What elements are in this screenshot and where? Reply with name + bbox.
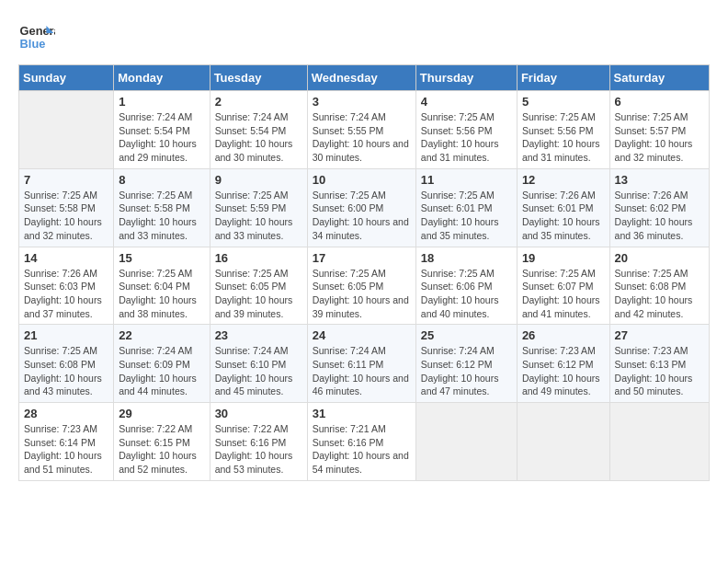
calendar-cell: 21Sunrise: 7:25 AM Sunset: 6:08 PM Dayli… bbox=[19, 325, 114, 403]
day-number: 8 bbox=[119, 173, 204, 187]
calendar-cell: 2Sunrise: 7:24 AM Sunset: 5:54 PM Daylig… bbox=[210, 91, 307, 169]
calendar-week-row: 14Sunrise: 7:26 AM Sunset: 6:03 PM Dayli… bbox=[19, 247, 710, 325]
calendar-cell: 9Sunrise: 7:25 AM Sunset: 5:59 PM Daylig… bbox=[210, 168, 307, 247]
calendar-week-row: 21Sunrise: 7:25 AM Sunset: 6:08 PM Dayli… bbox=[19, 325, 710, 403]
calendar-cell: 15Sunrise: 7:25 AM Sunset: 6:04 PM Dayli… bbox=[114, 247, 210, 325]
day-info: Sunrise: 7:25 AM Sunset: 6:05 PM Dayligh… bbox=[215, 267, 302, 321]
day-info: Sunrise: 7:25 AM Sunset: 6:05 PM Dayligh… bbox=[313, 267, 411, 321]
day-info: Sunrise: 7:26 AM Sunset: 6:02 PM Dayligh… bbox=[615, 189, 704, 243]
day-number: 21 bbox=[24, 328, 108, 342]
day-info: Sunrise: 7:25 AM Sunset: 6:01 PM Dayligh… bbox=[421, 189, 512, 243]
calendar-cell: 30Sunrise: 7:22 AM Sunset: 6:16 PM Dayli… bbox=[210, 403, 307, 481]
day-number: 11 bbox=[421, 173, 512, 187]
day-info: Sunrise: 7:23 AM Sunset: 6:14 PM Dayligh… bbox=[24, 422, 108, 477]
calendar-cell: 4Sunrise: 7:25 AM Sunset: 5:56 PM Daylig… bbox=[415, 91, 517, 169]
day-number: 1 bbox=[119, 95, 204, 109]
day-info: Sunrise: 7:25 AM Sunset: 6:06 PM Dayligh… bbox=[421, 267, 512, 321]
day-info: Sunrise: 7:25 AM Sunset: 5:58 PM Dayligh… bbox=[119, 189, 204, 243]
day-number: 25 bbox=[421, 328, 512, 342]
day-info: Sunrise: 7:25 AM Sunset: 5:56 PM Dayligh… bbox=[421, 110, 512, 165]
weekday-header: Tuesday bbox=[210, 65, 307, 91]
day-info: Sunrise: 7:22 AM Sunset: 6:16 PM Dayligh… bbox=[215, 422, 302, 477]
calendar-cell: 28Sunrise: 7:23 AM Sunset: 6:14 PM Dayli… bbox=[19, 403, 114, 481]
calendar-cell: 27Sunrise: 7:23 AM Sunset: 6:13 PM Dayli… bbox=[609, 325, 709, 403]
day-number: 31 bbox=[313, 407, 411, 420]
day-number: 13 bbox=[615, 173, 704, 187]
day-info: Sunrise: 7:26 AM Sunset: 6:03 PM Dayligh… bbox=[24, 267, 108, 321]
calendar-cell: 31Sunrise: 7:21 AM Sunset: 6:16 PM Dayli… bbox=[307, 403, 415, 481]
calendar-cell bbox=[19, 91, 114, 169]
calendar-cell: 13Sunrise: 7:26 AM Sunset: 6:02 PM Dayli… bbox=[609, 168, 709, 247]
calendar-cell: 17Sunrise: 7:25 AM Sunset: 6:05 PM Dayli… bbox=[307, 247, 415, 325]
calendar-cell: 23Sunrise: 7:24 AM Sunset: 6:10 PM Dayli… bbox=[210, 325, 307, 403]
day-info: Sunrise: 7:25 AM Sunset: 6:00 PM Dayligh… bbox=[313, 189, 411, 243]
day-number: 24 bbox=[313, 328, 411, 342]
calendar-cell: 25Sunrise: 7:24 AM Sunset: 6:12 PM Dayli… bbox=[415, 325, 517, 403]
day-number: 6 bbox=[615, 95, 704, 109]
day-info: Sunrise: 7:21 AM Sunset: 6:16 PM Dayligh… bbox=[313, 422, 411, 477]
day-info: Sunrise: 7:22 AM Sunset: 6:15 PM Dayligh… bbox=[119, 422, 204, 477]
calendar-cell bbox=[415, 403, 517, 481]
day-info: Sunrise: 7:25 AM Sunset: 5:58 PM Dayligh… bbox=[24, 189, 108, 243]
calendar-cell: 8Sunrise: 7:25 AM Sunset: 5:58 PM Daylig… bbox=[114, 168, 210, 247]
calendar-cell: 12Sunrise: 7:26 AM Sunset: 6:01 PM Dayli… bbox=[517, 168, 609, 247]
calendar-cell: 26Sunrise: 7:23 AM Sunset: 6:12 PM Dayli… bbox=[517, 325, 609, 403]
calendar-cell: 18Sunrise: 7:25 AM Sunset: 6:06 PM Dayli… bbox=[415, 247, 517, 325]
day-info: Sunrise: 7:24 AM Sunset: 5:54 PM Dayligh… bbox=[215, 110, 302, 165]
day-number: 30 bbox=[215, 407, 302, 420]
calendar-cell: 20Sunrise: 7:25 AM Sunset: 6:08 PM Dayli… bbox=[609, 247, 709, 325]
day-number: 18 bbox=[421, 251, 512, 265]
day-info: Sunrise: 7:24 AM Sunset: 6:12 PM Dayligh… bbox=[421, 344, 512, 398]
day-number: 10 bbox=[313, 173, 411, 187]
calendar-cell: 24Sunrise: 7:24 AM Sunset: 6:11 PM Dayli… bbox=[307, 325, 415, 403]
day-info: Sunrise: 7:24 AM Sunset: 6:09 PM Dayligh… bbox=[119, 344, 204, 398]
weekday-header: Thursday bbox=[415, 65, 517, 91]
weekday-header: Friday bbox=[517, 65, 609, 91]
weekday-header: Wednesday bbox=[307, 65, 415, 91]
day-number: 28 bbox=[24, 407, 108, 420]
calendar-cell bbox=[609, 403, 709, 481]
weekday-header: Sunday bbox=[19, 65, 114, 91]
day-number: 17 bbox=[313, 251, 411, 265]
logo-icon: General Blue bbox=[18, 18, 55, 55]
day-number: 3 bbox=[313, 95, 411, 109]
day-number: 19 bbox=[522, 251, 605, 265]
day-number: 23 bbox=[215, 328, 302, 342]
calendar-cell: 10Sunrise: 7:25 AM Sunset: 6:00 PM Dayli… bbox=[307, 168, 415, 247]
calendar-table: SundayMondayTuesdayWednesdayThursdayFrid… bbox=[18, 64, 710, 481]
day-number: 12 bbox=[522, 173, 605, 187]
day-info: Sunrise: 7:25 AM Sunset: 6:07 PM Dayligh… bbox=[522, 267, 605, 321]
day-info: Sunrise: 7:25 AM Sunset: 5:57 PM Dayligh… bbox=[615, 110, 704, 165]
day-number: 5 bbox=[522, 95, 605, 109]
calendar-cell: 29Sunrise: 7:22 AM Sunset: 6:15 PM Dayli… bbox=[114, 403, 210, 481]
day-number: 26 bbox=[522, 328, 605, 342]
day-info: Sunrise: 7:25 AM Sunset: 6:08 PM Dayligh… bbox=[24, 344, 108, 398]
calendar-cell: 22Sunrise: 7:24 AM Sunset: 6:09 PM Dayli… bbox=[114, 325, 210, 403]
day-info: Sunrise: 7:25 AM Sunset: 5:56 PM Dayligh… bbox=[522, 110, 605, 165]
weekday-header: Saturday bbox=[609, 65, 709, 91]
calendar-cell: 6Sunrise: 7:25 AM Sunset: 5:57 PM Daylig… bbox=[609, 91, 709, 169]
day-number: 7 bbox=[24, 173, 108, 187]
calendar-cell: 1Sunrise: 7:24 AM Sunset: 5:54 PM Daylig… bbox=[114, 91, 210, 169]
day-number: 20 bbox=[615, 251, 704, 265]
page-header: General Blue bbox=[18, 18, 710, 55]
calendar-week-row: 28Sunrise: 7:23 AM Sunset: 6:14 PM Dayli… bbox=[19, 403, 710, 481]
day-info: Sunrise: 7:25 AM Sunset: 6:04 PM Dayligh… bbox=[119, 267, 204, 321]
calendar-cell: 14Sunrise: 7:26 AM Sunset: 6:03 PM Dayli… bbox=[19, 247, 114, 325]
day-info: Sunrise: 7:26 AM Sunset: 6:01 PM Dayligh… bbox=[522, 189, 605, 243]
calendar-cell: 5Sunrise: 7:25 AM Sunset: 5:56 PM Daylig… bbox=[517, 91, 609, 169]
day-number: 16 bbox=[215, 251, 302, 265]
day-info: Sunrise: 7:25 AM Sunset: 5:59 PM Dayligh… bbox=[215, 189, 302, 243]
svg-text:Blue: Blue bbox=[20, 37, 46, 51]
weekday-header-row: SundayMondayTuesdayWednesdayThursdayFrid… bbox=[19, 65, 710, 91]
day-number: 14 bbox=[24, 251, 108, 265]
logo: General Blue bbox=[18, 18, 59, 55]
day-info: Sunrise: 7:24 AM Sunset: 5:55 PM Dayligh… bbox=[313, 110, 411, 165]
day-info: Sunrise: 7:24 AM Sunset: 5:54 PM Dayligh… bbox=[119, 110, 204, 165]
day-info: Sunrise: 7:25 AM Sunset: 6:08 PM Dayligh… bbox=[615, 267, 704, 321]
calendar-week-row: 7Sunrise: 7:25 AM Sunset: 5:58 PM Daylig… bbox=[19, 168, 710, 247]
day-number: 29 bbox=[119, 407, 204, 420]
day-info: Sunrise: 7:24 AM Sunset: 6:10 PM Dayligh… bbox=[215, 344, 302, 398]
day-info: Sunrise: 7:24 AM Sunset: 6:11 PM Dayligh… bbox=[313, 344, 411, 398]
calendar-cell: 3Sunrise: 7:24 AM Sunset: 5:55 PM Daylig… bbox=[307, 91, 415, 169]
